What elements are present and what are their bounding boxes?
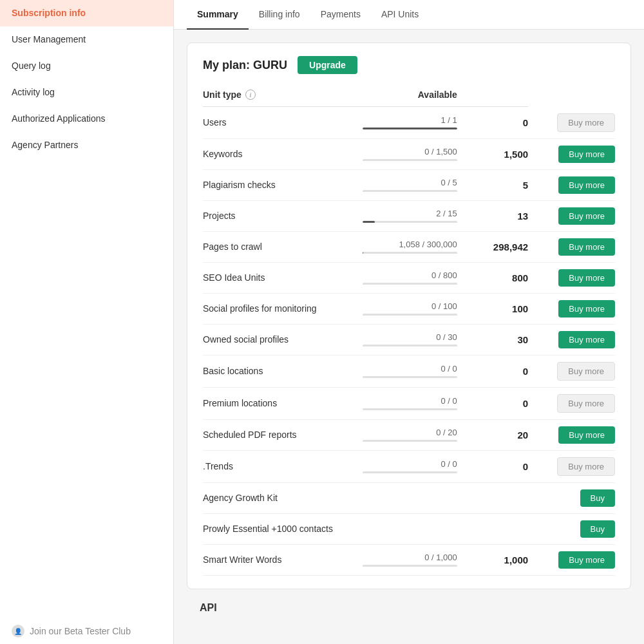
person-icon: 👤 [12, 625, 24, 638]
unit-available-cell [457, 513, 528, 544]
buy-button-social-profiles-for-monitoring[interactable]: Buy more [558, 300, 615, 317]
unit-usage-cell: 0 / 800 [363, 262, 457, 293]
tab-api-units[interactable]: API Units [371, 0, 429, 30]
table-row: Social profiles for monitoring0 / 100100… [203, 293, 615, 324]
buy-button-premium-locations[interactable]: Buy more [557, 394, 615, 413]
unit-name-cell: Owned social profiles [203, 324, 363, 355]
tab-billing-info[interactable]: Billing info [249, 0, 310, 30]
col-buy [457, 90, 528, 107]
unit-progress-bar-container [363, 159, 457, 161]
buy-button-smart-writer-words[interactable]: Buy more [558, 551, 615, 569]
unit-buy-cell: Buy more [528, 169, 615, 200]
buy-button-prowly-essential-+1000-contacts[interactable]: Buy [580, 520, 615, 538]
unit-buy-cell: Buy more [528, 200, 615, 231]
unit-usage-cell: 0 / 0 [363, 355, 457, 387]
unit-available-cell: 1,500 [457, 138, 528, 169]
table-row: Agency Growth KitBuy [203, 482, 615, 513]
main-content: SummaryBilling infoPaymentsAPI Units My … [174, 0, 644, 644]
unit-buy-cell: Buy more [528, 231, 615, 262]
unit-usage-cell [363, 513, 457, 544]
unit-available-cell: 0 [457, 107, 528, 139]
col-unit-type: Unit type i [203, 90, 363, 107]
unit-usage-cell: 0 / 20 [363, 419, 457, 450]
unit-name-cell: Premium locations [203, 387, 363, 419]
unit-name-cell: Agency Growth Kit [203, 482, 363, 513]
unit-name: Agency Growth Kit [203, 493, 363, 503]
content-area: My plan: GURU Upgrade Unit type i Availa… [174, 30, 644, 644]
unit-available-cell: 5 [457, 169, 528, 200]
unit-buy-cell: Buy more [528, 450, 615, 482]
unit-name-cell: Pages to crawl [203, 231, 363, 262]
buy-button-plagiarism-checks[interactable]: Buy more [558, 176, 615, 194]
buy-button-owned-social-profiles[interactable]: Buy more [558, 331, 615, 348]
unit-type-info-icon[interactable]: i [245, 90, 256, 100]
buy-button-.trends[interactable]: Buy more [557, 457, 615, 476]
unit-name: Owned social profiles [203, 334, 363, 345]
unit-buy-cell: Buy more [528, 293, 615, 324]
unit-name: Prowly Essential +1000 contacts [203, 524, 363, 534]
buy-button-pages-to-crawl[interactable]: Buy more [558, 238, 615, 256]
buy-button-scheduled-pdf-reports[interactable]: Buy more [558, 426, 615, 444]
unit-name-cell: Projects [203, 200, 363, 231]
unit-progress-bar-container [363, 128, 457, 129]
unit-name: Premium locations [203, 398, 363, 408]
table-row: Basic locations0 / 00Buy more [203, 355, 615, 387]
sidebar-item-authorized-applications[interactable]: Authorized Applications [0, 106, 173, 132]
plan-title: My plan: GURU [203, 59, 287, 72]
unit-buy-cell: Buy more [528, 387, 615, 419]
table-row: Pages to crawl1,058 / 300,000298,942Buy … [203, 231, 615, 262]
unit-name: Projects [203, 211, 363, 221]
unit-usage-cell: 1,058 / 300,000 [363, 231, 457, 262]
unit-progress-fill [363, 221, 375, 223]
tab-payments[interactable]: Payments [310, 0, 371, 30]
unit-name: .Trends [203, 461, 363, 471]
table-row: Scheduled PDF reports0 / 2020Buy more [203, 419, 615, 450]
unit-name-cell: .Trends [203, 450, 363, 482]
unit-name-cell: Basic locations [203, 355, 363, 387]
unit-available-cell: 0 [457, 387, 528, 419]
sidebar-item-agency-partners[interactable]: Agency Partners [0, 132, 173, 158]
sidebar-item-activity-log[interactable]: Activity log [0, 79, 173, 106]
sidebar-item-query-log[interactable]: Query log [0, 53, 173, 79]
beta-tester-club-link[interactable]: 👤 Join our Beta Tester Club [0, 618, 173, 644]
unit-progress-fill [363, 252, 363, 254]
unit-progress-bar-container [363, 252, 457, 254]
unit-available-cell: 0 [457, 450, 528, 482]
unit-buy-cell: Buy more [528, 262, 615, 293]
sidebar-item-subscription-info[interactable]: Subscription info [0, 0, 173, 26]
unit-available-cell: 298,942 [457, 231, 528, 262]
unit-name-cell: Keywords [203, 138, 363, 169]
unit-progress-bar-container [363, 565, 457, 567]
unit-usage-cell: 0 / 5 [363, 169, 457, 200]
buy-button-projects[interactable]: Buy more [558, 207, 615, 225]
unit-progress-bar-container [363, 408, 457, 410]
unit-usage-cell: 1 / 1 [363, 107, 457, 139]
buy-button-keywords[interactable]: Buy more [558, 146, 615, 163]
unit-name: Social profiles for monitoring [203, 303, 363, 314]
unit-available-cell: 20 [457, 419, 528, 450]
buy-button-agency-growth-kit[interactable]: Buy [580, 489, 615, 507]
table-row: Projects2 / 1513Buy more [203, 200, 615, 231]
buy-button-users[interactable]: Buy more [557, 113, 615, 132]
unit-available-cell: 800 [457, 262, 528, 293]
unit-available-cell: 100 [457, 293, 528, 324]
tab-summary[interactable]: Summary [187, 0, 249, 30]
sidebar: Subscription infoUser ManagementQuery lo… [0, 0, 174, 644]
unit-name: Smart Writer Words [203, 554, 363, 565]
table-row: Users1 / 10Buy more [203, 107, 615, 139]
unit-name-cell: Scheduled PDF reports [203, 419, 363, 450]
upgrade-button[interactable]: Upgrade [298, 56, 357, 74]
unit-name: Scheduled PDF reports [203, 430, 363, 440]
buy-button-basic-locations[interactable]: Buy more [557, 362, 615, 381]
unit-buy-cell: Buy [528, 482, 615, 513]
sidebar-item-user-management[interactable]: User Management [0, 26, 173, 53]
table-row: Keywords0 / 1,5001,500Buy more [203, 138, 615, 169]
buy-button-seo-idea-units[interactable]: Buy more [558, 269, 615, 287]
unit-usage-cell: 0 / 0 [363, 387, 457, 419]
table-row: Premium locations0 / 00Buy more [203, 387, 615, 419]
unit-usage-cell: 0 / 0 [363, 450, 457, 482]
table-row: SEO Idea Units0 / 800800Buy more [203, 262, 615, 293]
col-available: Available [363, 90, 457, 107]
unit-progress-bar-container [363, 190, 457, 192]
unit-progress-bar-container [363, 314, 457, 316]
